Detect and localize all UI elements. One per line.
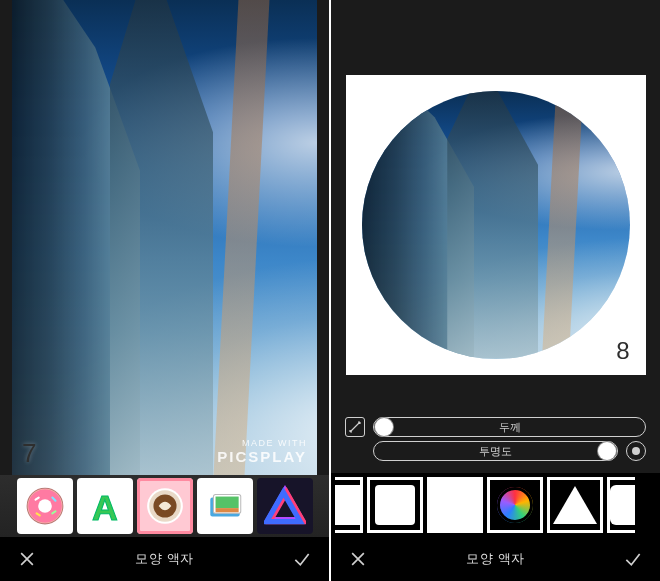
rgb-circle-icon — [497, 487, 533, 523]
thickness-slider-handle[interactable] — [375, 418, 393, 436]
coffee-cup-icon — [144, 485, 186, 527]
frame-thumb-letter-a[interactable]: A — [77, 478, 133, 534]
picsplay-watermark: MADE WITH PICSPLAY — [217, 438, 307, 465]
mask-shape-row — [331, 473, 660, 537]
frame-thumbnails-row: A — [0, 475, 329, 537]
mask-shape-triangle[interactable] — [547, 477, 603, 533]
full-bleed-icon — [430, 480, 480, 530]
svg-text:A: A — [92, 488, 118, 527]
svg-rect-14 — [215, 508, 238, 512]
bottom-bar-title: 모양 액자 — [40, 550, 289, 568]
close-icon — [348, 549, 368, 569]
opacity-slider-handle[interactable] — [598, 442, 616, 460]
letter-a-icon: A — [84, 485, 126, 527]
svg-point-2 — [38, 499, 52, 513]
close-icon — [17, 549, 37, 569]
step-number-7: 7 — [22, 438, 36, 469]
step-number-8: 8 — [616, 337, 629, 365]
mask-shape-full[interactable] — [427, 477, 483, 533]
check-icon — [623, 549, 643, 569]
confirm-button[interactable] — [620, 546, 646, 572]
square-icon — [375, 485, 415, 525]
triangle-icon — [553, 486, 597, 524]
opacity-label: 투명도 — [479, 444, 512, 459]
left-screen: MADE WITH PICSPLAY 7 A — [0, 0, 329, 581]
photo-stack-icon — [204, 485, 246, 527]
thickness-slider-row: 두께 — [345, 417, 646, 437]
donut-icon — [24, 485, 66, 527]
watermark-brand: PICSPLAY — [217, 448, 307, 465]
slider-panel: 두께 투명도 — [331, 411, 660, 473]
opacity-slider-row: 투명도 — [345, 441, 646, 461]
bottom-bar: 모양 액자 — [0, 537, 329, 581]
opacity-slider[interactable]: 투명도 — [373, 441, 618, 461]
check-icon — [292, 549, 312, 569]
mask-shape-partial-right[interactable] — [607, 477, 635, 533]
mask-shape-partial-left[interactable] — [335, 477, 363, 533]
cancel-button[interactable] — [14, 546, 40, 572]
circle-mask — [362, 91, 630, 359]
penrose-triangle-icon — [264, 485, 306, 527]
mask-shape-square[interactable] — [367, 477, 423, 533]
confirm-button[interactable] — [289, 546, 315, 572]
frame-thumb-coffee[interactable] — [137, 478, 193, 534]
cancel-button[interactable] — [345, 546, 371, 572]
frame-thumb-penrose[interactable] — [257, 478, 313, 534]
image-preview[interactable]: MADE WITH PICSPLAY 7 — [12, 0, 317, 475]
thickness-label: 두께 — [499, 420, 521, 435]
opacity-max-icon — [626, 441, 646, 461]
thickness-slider[interactable]: 두께 — [373, 417, 646, 437]
frame-thumb-stack[interactable] — [197, 478, 253, 534]
image-preview-wrap: 8 — [331, 0, 660, 411]
frame-thumb-donut[interactable] — [17, 478, 73, 534]
thickness-icon — [345, 417, 365, 437]
framed-image-preview[interactable]: 8 — [346, 75, 646, 375]
svg-rect-13 — [215, 497, 238, 509]
right-screen: 8 두께 투명도 — [329, 0, 660, 581]
bottom-bar-title: 모양 액자 — [371, 550, 620, 568]
bottom-bar: 모양 액자 — [331, 537, 660, 581]
watermark-madewith: MADE WITH — [217, 438, 307, 448]
mask-shape-rgb-circle[interactable] — [487, 477, 543, 533]
